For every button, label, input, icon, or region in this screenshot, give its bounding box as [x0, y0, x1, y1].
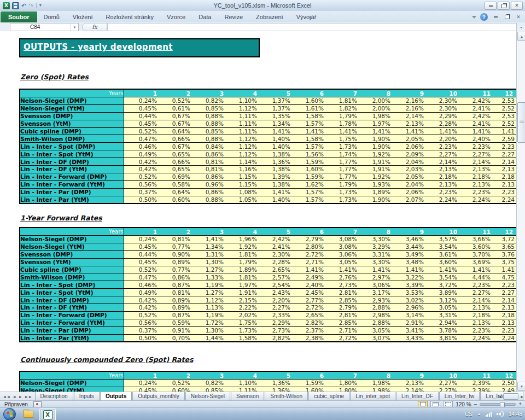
rate-cell[interactable]: 1,12%: [224, 150, 257, 158]
rate-cell[interactable]: 2,18%: [424, 173, 457, 180]
rate-cell[interactable]: 3,05%: [424, 304, 457, 312]
qat-customize-icon[interactable]: ▾: [39, 3, 42, 8]
rate-cell[interactable]: 1,79%: [324, 180, 357, 188]
rate-cell[interactable]: 0,90%: [157, 250, 190, 258]
rate-cell[interactable]: 1,91%: [357, 158, 390, 166]
rate-cell[interactable]: 2,24%: [457, 196, 491, 203]
row-label-cell[interactable]: Lin - Inter - Forward (DMP): [20, 311, 124, 319]
rate-cell[interactable]: 3,43%: [390, 334, 424, 342]
rate-cell[interactable]: 2,13%: [457, 319, 491, 326]
rate-cell[interactable]: 0,86%: [190, 173, 224, 180]
rate-cell[interactable]: 2,14%: [424, 158, 457, 166]
rate-cell[interactable]: 1,41%: [190, 236, 224, 243]
clock[interactable]: 14:48: [509, 411, 522, 417]
rate-cell[interactable]: 0,45%: [124, 387, 157, 392]
rate-cell[interactable]: 2,82%: [290, 319, 324, 326]
rate-cell[interactable]: 3,53%: [390, 289, 424, 296]
rate-cell[interactable]: 1,41%: [424, 127, 457, 135]
rate-cell[interactable]: 0,42%: [124, 166, 157, 173]
ribbon-tab-rozložení-stránky[interactable]: Rozložení stránky: [100, 11, 160, 22]
row-label-cell[interactable]: Lin - Inter - Forward (YtM): [20, 180, 124, 188]
rate-cell[interactable]: 0,66%: [157, 158, 190, 166]
next-sheet-icon[interactable]: ►: [18, 395, 23, 399]
rate-cell[interactable]: 3,69%: [457, 258, 491, 266]
row-label-cell[interactable]: Smith-Wilson (DMP): [20, 135, 124, 143]
rate-cell[interactable]: 2,13%: [457, 166, 491, 173]
rate-cell[interactable]: 0,56%: [124, 319, 157, 326]
rate-cell[interactable]: 2,06%: [390, 188, 424, 196]
rate-cell[interactable]: 0,52%: [157, 97, 190, 105]
close-button[interactable]: ✕: [511, 2, 523, 10]
row-label-cell[interactable]: Svensson (DMP): [20, 112, 124, 120]
rate-cell[interactable]: 1,93%: [357, 180, 390, 188]
rate-cell[interactable]: 3,31%: [357, 250, 390, 258]
rate-cell[interactable]: 2,42%: [457, 112, 491, 120]
ribbon-tab-vložení[interactable]: Vložení: [66, 11, 100, 22]
rate-cell[interactable]: 1,41: [491, 266, 516, 273]
rate-cell[interactable]: 2,27%: [457, 150, 491, 158]
rate-cell[interactable]: 1,10%: [224, 97, 257, 105]
rate-cell[interactable]: 0,65%: [157, 166, 190, 173]
row-label-cell[interactable]: Lin - Inter - Spot (YtM): [20, 289, 124, 296]
rate-cell[interactable]: 1,97%: [357, 120, 390, 127]
rate-cell[interactable]: 0,70%: [157, 334, 190, 342]
rate-cell[interactable]: 1,89%: [357, 188, 390, 196]
rate-cell[interactable]: 1,58%: [224, 334, 257, 342]
rate-cell[interactable]: 1,96%: [224, 236, 257, 243]
rate-cell[interactable]: 2,57%: [257, 273, 290, 281]
zoom-slider[interactable]: [480, 403, 516, 406]
rate-cell[interactable]: 0,81%: [157, 236, 190, 243]
rate-cell[interactable]: 1,38%: [257, 166, 290, 173]
rate-cell[interactable]: 1,98%: [357, 380, 390, 387]
rate-cell[interactable]: 0,60%: [157, 196, 190, 203]
row-label-cell[interactable]: Nelson-Siegel (DMP): [20, 236, 124, 243]
row-label-cell[interactable]: Nelson-Siegel (YtM): [20, 243, 124, 250]
rate-cell[interactable]: 1,77%: [324, 166, 357, 173]
rate-cell[interactable]: 0,88%: [190, 135, 224, 143]
rate-cell[interactable]: 1,80%: [324, 387, 357, 392]
rate-cell[interactable]: 1,92%: [357, 150, 390, 158]
rate-cell[interactable]: 1,59%: [290, 173, 324, 180]
rate-cell[interactable]: 2,39%: [457, 387, 491, 392]
rate-cell[interactable]: 0,45%: [124, 120, 157, 127]
rate-cell[interactable]: 2,97%: [357, 273, 390, 281]
rate-cell[interactable]: 1,08%: [224, 188, 257, 196]
rate-cell[interactable]: 1,58%: [290, 112, 324, 120]
rate-cell[interactable]: 3,76: [491, 250, 516, 258]
rate-cell[interactable]: 2,14%: [457, 158, 491, 166]
rate-cell[interactable]: 2,20%: [424, 135, 457, 143]
rate-cell[interactable]: 2,27%: [424, 150, 457, 158]
rate-cell[interactable]: 0,37%: [124, 188, 157, 196]
rate-cell[interactable]: 1,73%: [324, 143, 357, 150]
scroll-up-icon[interactable]: ▲: [517, 32, 525, 41]
rate-cell[interactable]: 2,23: [491, 326, 516, 334]
rate-cell[interactable]: 1,41%: [257, 127, 290, 135]
row-label-cell[interactable]: Lin - Inter - Forward (DMP): [20, 173, 124, 180]
rate-cell[interactable]: 0,64%: [157, 127, 190, 135]
rate-cell[interactable]: 2,14%: [390, 387, 424, 392]
rate-cell[interactable]: 2,39%: [457, 380, 491, 387]
row-label-cell[interactable]: Svensson (DMP): [20, 250, 124, 258]
row-label-cell[interactable]: Lin - Inter - Spot (DMP): [20, 143, 124, 150]
rate-cell[interactable]: 0,49%: [124, 150, 157, 158]
start-button[interactable]: [3, 408, 16, 420]
rate-cell[interactable]: 3,02%: [390, 296, 424, 304]
rate-cell[interactable]: 2,96%: [390, 304, 424, 312]
rate-cell[interactable]: 0,45%: [124, 104, 157, 112]
row-label-cell[interactable]: Lin - Inter - Par (YtM): [20, 334, 124, 342]
rate-cell[interactable]: 4,75: [491, 273, 516, 281]
rate-cell[interactable]: 3,60%: [424, 258, 457, 266]
last-sheet-icon[interactable]: ►►: [24, 395, 33, 399]
rate-cell[interactable]: 0,24%: [124, 380, 157, 387]
rate-cell[interactable]: 1,41%: [390, 127, 424, 135]
rate-cell[interactable]: 3,65: [491, 243, 516, 250]
rate-cell[interactable]: 0,82%: [190, 97, 224, 105]
rate-cell[interactable]: 3,31%: [424, 311, 457, 319]
row-label-cell[interactable]: Svensson (YtM): [20, 258, 124, 266]
rate-cell[interactable]: 2,24: [491, 334, 516, 342]
rate-cell[interactable]: 1,41%: [357, 266, 390, 273]
rate-cell[interactable]: 1,79%: [324, 112, 357, 120]
rate-cell[interactable]: 0,96%: [190, 180, 224, 188]
rate-cell[interactable]: 1,81%: [224, 250, 257, 258]
rate-cell[interactable]: 1,16%: [224, 166, 257, 173]
